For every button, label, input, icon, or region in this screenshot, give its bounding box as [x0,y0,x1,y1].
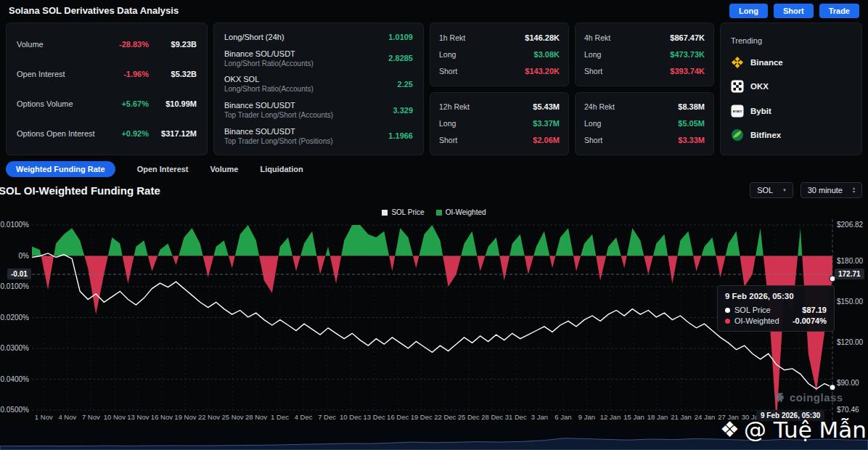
right-axis-label: $90.00 [837,379,859,387]
interval-select-value: 30 minute [808,186,843,195]
price-last-point [830,385,835,390]
stat-label: Open Interest [17,70,65,78]
left-axis-label: -0.0200% [0,314,29,322]
ratio-title: Long/Short (24h) [224,33,284,41]
tab-weighted-funding-rate[interactable]: Weighted Funding Rate [6,161,115,177]
rekt-short-label: Short [584,67,602,75]
exchange-name: Bitfinex [750,131,781,139]
ratio-subtitle: Long/Short Ratio(Accounts) [224,85,314,93]
right-axis-label: $120.00 [837,338,864,346]
rekt-long-value: $3.37M [533,119,560,128]
x-axis-label: 7 Nov [82,413,100,421]
right-axis-label: $70.46 [837,406,859,414]
x-axis-label: 4 Dec [295,413,313,421]
tab-open-interest[interactable]: Open Interest [137,165,189,173]
x-axis-label: 15 Jan [623,413,644,421]
binance-diamond-icon: ❖ [720,419,740,441]
rekt-card-24h: 24h Rekt$8.38M Long$5.05M Short$3.33M [575,92,714,156]
x-axis-label: 25 Dec [458,413,480,421]
rekt-total: $8.38M [678,102,705,111]
chart-tabs: Weighted Funding Rate Open Interest Volu… [6,161,303,177]
ratio-title: OKX SOL [224,75,314,83]
x-axis-label: 19 Nov [174,413,196,421]
trending-item-bitfinex[interactable]: Bitfinex [731,128,851,142]
header-actions: Long Short Trade [729,4,859,18]
coinglass-gorilla-icon [774,391,786,404]
stat-label: Options Volume [17,99,73,108]
trending-item-binance[interactable]: Binance [731,56,851,69]
rekt-short-label: Short [439,67,457,75]
tab-volume[interactable]: Volume [210,165,239,173]
tooltip-row-price: SOL Price $87.19 [725,306,827,314]
stat-value: $9.23B [149,40,197,49]
rekt-title: 12h Rekt [439,102,470,111]
symbol-select-value: SOL [757,186,773,195]
stat-change: -1.96% [123,70,149,78]
trade-button[interactable]: Trade [819,4,859,18]
rekt-cards-grid: 1h Rekt$146.28K Long$3.08K Short$143.20K… [430,22,714,155]
stat-change: +0.92% [121,129,149,138]
x-axis-label: 28 Dec [481,413,503,421]
interval-select[interactable]: 30 minute ▴▾ [801,182,862,198]
trending-item-okx[interactable]: OKX [731,80,851,93]
rekt-long-label: Long [439,50,456,59]
x-axis-label: 10 Nov [104,413,126,421]
tooltip-value: -0.0074% [793,316,827,325]
rekt-short-value: $2.06M [533,136,560,144]
ratio-value: 1.0109 [388,33,413,41]
x-axis-label: 19 Dec [411,413,433,421]
rekt-title: 1h Rekt [439,33,465,42]
x-axis-label: 1 Nov [35,413,53,421]
tooltip-price-dot [725,308,730,313]
user-watermark: ❖ @ Tuệ Mẫn [720,417,867,443]
left-axis-label: 0% [19,252,30,260]
trending-item-bybit[interactable]: BYBIT Bybit [731,105,851,118]
x-axis-label: 9 Jan [578,413,595,421]
x-axis-label: 22 Dec [434,413,456,421]
right-axis-label: $150.00 [837,298,864,306]
stat-value: $317.12M [149,129,197,138]
ratio-row: Long/Short (24h) 1.0109 [224,33,413,41]
tooltip-funding-dot [725,319,730,324]
x-axis-label: 16 Nov [151,413,173,421]
summary-cards-row: Volume -28.83% $9.23B Open Interest -1.9… [6,22,862,155]
x-axis-label: 13 Dec [364,413,385,421]
x-axis-label: 22 Nov [198,413,220,421]
x-axis-label: 12 Jan [600,413,621,421]
ratio-row: Binance SOL/USDT Long/Short Ratio(Accoun… [224,49,413,68]
stat-row-options-volume: Options Volume +5.67% $10.99M [17,99,197,108]
bybit-icon: BYBIT [731,105,744,118]
exchange-name: OKX [750,82,769,91]
chart-controls: SOL ▾ 30 minute ▴▾ [750,182,862,198]
ratio-subtitle: Top Trader Long/Short (Positions) [224,137,333,145]
stat-value: $5.32B [149,70,197,78]
trending-card: Trending Binance OKX [720,22,862,155]
rekt-long-value: $3.08K [534,50,560,59]
trending-title: Trending [731,36,851,45]
long-button[interactable]: Long [729,4,768,18]
rekt-card-12h: 12h Rekt$5.43M Long$3.37M Short$2.06M [430,92,569,156]
x-axis-label: 7 Dec [318,413,336,421]
rekt-short-label: Short [439,136,457,144]
ratio-title: Binance SOL/USDT [224,127,333,136]
rekt-short-value: $143.20K [525,67,560,75]
bitfinex-icon [731,128,744,142]
rekt-short-label: Short [584,136,602,144]
long-short-ratio-card: Long/Short (24h) 1.0109 Binance SOL/USDT… [213,22,424,155]
rekt-total: $146.28K [525,33,560,42]
short-button[interactable]: Short [774,4,814,18]
rekt-short-value: $393.74K [670,67,705,75]
tab-liquidation[interactable]: Liquidation [260,165,303,173]
left-axis-label: -0.0100% [0,282,29,290]
rekt-long-value: $473.73K [670,50,705,59]
right-axis-label: $180.00 [837,257,864,265]
funding-area-positive [32,225,832,422]
x-axis-label: 16 Dec [387,413,409,421]
x-axis-label: 25 Nov [221,413,243,421]
rekt-long-label: Long [584,119,601,128]
tooltip-label: SOL Price [734,306,771,314]
rekt-card-4h: 4h Rekt$867.47K Long$473.73K Short$393.7… [575,22,714,86]
symbol-select[interactable]: SOL ▾ [750,182,793,198]
coinglass-watermark-text: coinglass [790,391,843,404]
x-axis-label: 13 Nov [127,413,149,421]
